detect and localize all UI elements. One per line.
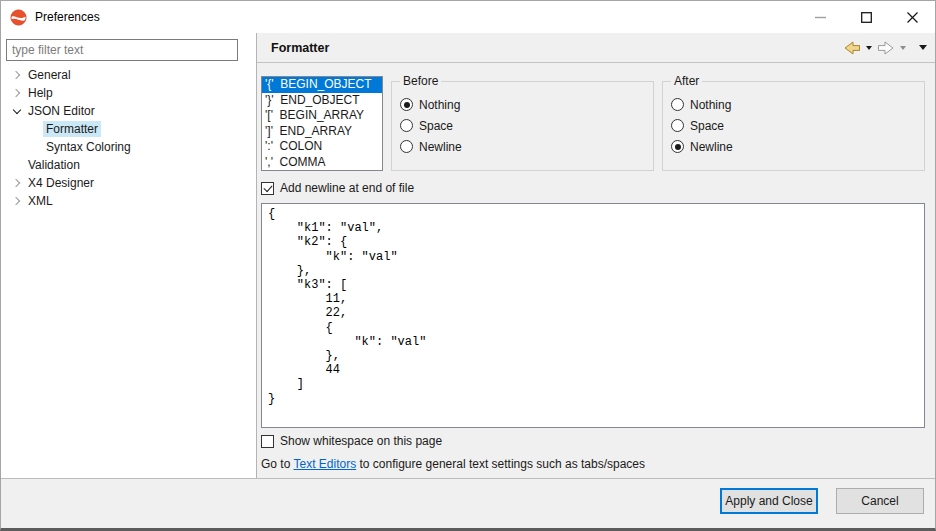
- main-area: General Help JSON Editor Formatter Synta…: [1, 33, 935, 478]
- cancel-button[interactable]: Cancel: [836, 488, 924, 514]
- tree-item-xml[interactable]: XML: [1, 192, 256, 210]
- radio-label: Newline: [419, 140, 462, 154]
- radio-label: Newline: [690, 140, 733, 154]
- radio-label: Nothing: [419, 98, 460, 112]
- token-item-comma[interactable]: ',' COMMA: [262, 155, 382, 171]
- tree-item-syntax-coloring[interactable]: Syntax Coloring: [1, 138, 256, 156]
- chevron-down-icon[interactable]: [9, 103, 25, 119]
- close-button[interactable]: [889, 1, 935, 33]
- radio-label: Nothing: [690, 98, 731, 112]
- chevron-right-icon[interactable]: [9, 85, 25, 101]
- minimize-button[interactable]: [797, 1, 843, 33]
- tree-item-json-editor[interactable]: JSON Editor: [1, 102, 256, 120]
- text-editors-link[interactable]: Text Editors: [293, 457, 356, 471]
- before-radio-newline[interactable]: Newline: [400, 136, 653, 157]
- chevron-right-icon[interactable]: [9, 67, 25, 83]
- back-arrow-icon[interactable]: [843, 41, 861, 55]
- maximize-icon: [861, 12, 872, 23]
- goto-prefix: Go to: [261, 457, 293, 471]
- chevron-spacer: [9, 157, 25, 173]
- show-whitespace-checkbox[interactable]: Show whitespace on this page: [261, 433, 925, 449]
- goto-suffix: to configure general text settings such …: [356, 457, 645, 471]
- radio-unchecked-icon: [400, 140, 413, 153]
- forward-history-dropdown-icon[interactable]: [900, 46, 906, 50]
- after-group: After Nothing Space Newline: [662, 81, 925, 171]
- token-item-end-object[interactable]: '}' END_OBJECT: [262, 93, 382, 109]
- token-item-begin-array[interactable]: '[' BEGIN_ARRAY: [262, 108, 382, 124]
- formatter-panel: Formatter '{' BEGIN: [257, 33, 935, 478]
- chevron-right-icon[interactable]: [9, 193, 25, 209]
- minimize-icon: [815, 12, 826, 23]
- tree-item-label-selected: Formatter: [43, 121, 101, 137]
- after-radio-nothing[interactable]: Nothing: [671, 94, 924, 115]
- title-bar: Preferences: [1, 1, 935, 33]
- token-item-begin-object[interactable]: '{' BEGIN_OBJECT: [262, 77, 382, 93]
- page-body: '{' BEGIN_OBJECT '}' END_OBJECT '[' BEGI…: [257, 63, 935, 478]
- before-group-label: Before: [400, 74, 441, 88]
- preferences-dialog: Preferences General: [0, 0, 936, 531]
- token-item-colon[interactable]: ':' COLON: [262, 139, 382, 155]
- tree-item-help[interactable]: Help: [1, 84, 256, 102]
- before-group: Before Nothing Space Newline: [391, 81, 654, 171]
- checkbox-label: Show whitespace on this page: [280, 434, 442, 448]
- radio-unchecked-icon: [671, 98, 684, 111]
- goto-text-editors-line: Go to Text Editors to configure general …: [261, 457, 925, 471]
- tree-item-x4-designer[interactable]: X4 Designer: [1, 174, 256, 192]
- tree-item-label: Syntax Coloring: [43, 139, 134, 155]
- before-radio-nothing[interactable]: Nothing: [400, 94, 653, 115]
- tree-item-label: XML: [25, 193, 56, 209]
- page-header: Formatter: [257, 33, 935, 63]
- close-icon: [907, 12, 918, 23]
- tree-item-label: Validation: [25, 157, 83, 173]
- add-newline-checkbox[interactable]: Add newline at end of file: [261, 180, 925, 196]
- radio-checked-icon: [671, 140, 684, 153]
- checkbox-unchecked-icon: [261, 435, 274, 448]
- filter-input[interactable]: [6, 39, 238, 61]
- json-preview-area[interactable]: { "k1": "val", "k2": { "k": "val" }, "k3…: [261, 203, 925, 428]
- after-radio-newline[interactable]: Newline: [671, 136, 924, 157]
- preferences-tree: General Help JSON Editor Formatter Synta…: [1, 66, 256, 210]
- tree-item-label: X4 Designer: [25, 175, 97, 191]
- tree-item-label: JSON Editor: [25, 103, 98, 119]
- preferences-sidebar: General Help JSON Editor Formatter Synta…: [1, 33, 257, 478]
- back-history-dropdown-icon[interactable]: [866, 46, 872, 50]
- forward-arrow-icon[interactable]: [877, 41, 895, 55]
- app-logo-icon: [10, 9, 27, 26]
- after-radio-space[interactable]: Space: [671, 115, 924, 136]
- dialog-footer: Apply and Close Cancel: [1, 478, 935, 528]
- page-title: Formatter: [271, 41, 329, 55]
- radio-label: Space: [419, 119, 453, 133]
- radio-label: Space: [690, 119, 724, 133]
- before-radio-space[interactable]: Space: [400, 115, 653, 136]
- tree-item-formatter[interactable]: Formatter: [1, 120, 256, 138]
- window-title: Preferences: [35, 10, 100, 24]
- radio-unchecked-icon: [400, 119, 413, 132]
- tree-item-validation[interactable]: Validation: [1, 156, 256, 174]
- after-group-label: After: [671, 74, 702, 88]
- token-list: '{' BEGIN_OBJECT '}' END_OBJECT '[' BEGI…: [261, 76, 383, 171]
- view-menu-dropdown-icon[interactable]: [919, 45, 927, 50]
- tree-item-label: Help: [25, 85, 56, 101]
- checkbox-label: Add newline at end of file: [280, 181, 414, 195]
- tree-item-general[interactable]: General: [1, 66, 256, 84]
- radio-unchecked-icon: [671, 119, 684, 132]
- tree-item-label: General: [25, 67, 74, 83]
- checkbox-checked-icon: [261, 182, 274, 195]
- apply-and-close-button[interactable]: Apply and Close: [720, 488, 818, 514]
- chevron-right-icon[interactable]: [9, 175, 25, 191]
- maximize-button[interactable]: [843, 1, 889, 33]
- radio-checked-icon: [400, 98, 413, 111]
- token-item-end-array[interactable]: ']' END_ARRAY: [262, 124, 382, 140]
